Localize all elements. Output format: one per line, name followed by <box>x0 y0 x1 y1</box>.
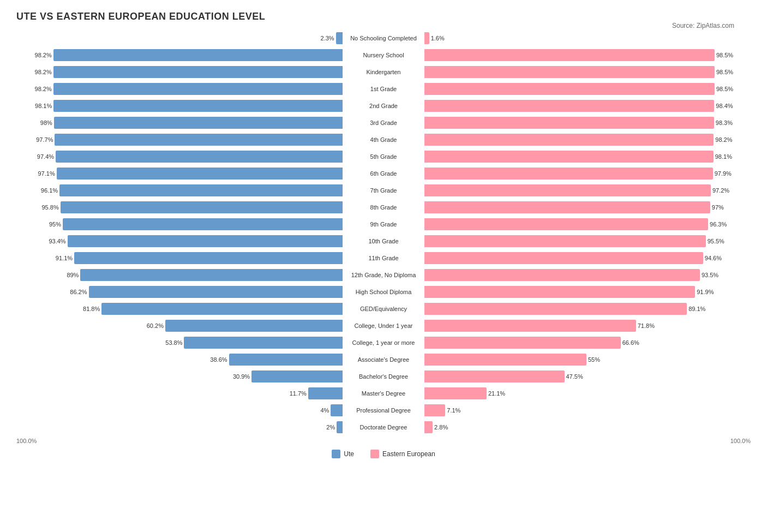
ee-value-label: 98.2% <box>715 136 732 143</box>
bar-row: 93.4% 10th Grade 95.5% <box>16 234 751 249</box>
left-section: 97.1% <box>16 166 384 181</box>
ute-value-label: 11.7% <box>290 390 307 397</box>
legend-ee: Eastern European <box>370 450 435 458</box>
right-section: 98.5% <box>384 64 751 80</box>
right-section: 97.9% <box>384 166 751 181</box>
legend-ute: Ute <box>332 450 354 458</box>
right-section: 89.1% <box>384 301 751 316</box>
ee-bar <box>424 252 703 264</box>
ee-value-label: 98.3% <box>716 119 733 126</box>
ee-bar <box>424 421 433 433</box>
right-section: 1.6% <box>384 31 751 46</box>
ute-bar <box>89 286 343 298</box>
ee-bar <box>424 387 487 399</box>
axis-right-label: 100.0% <box>730 438 751 444</box>
ee-bar <box>424 218 708 230</box>
ute-bar <box>251 370 343 382</box>
ute-bar <box>74 252 343 264</box>
left-section: 98% <box>16 115 384 130</box>
ute-value-label: 86.2% <box>70 289 87 295</box>
left-section: 81.8% <box>16 301 384 316</box>
ute-value-label: 98% <box>40 119 52 126</box>
bar-row: 98.2% Nursery School 98.5% <box>16 47 751 63</box>
right-section: 94.6% <box>384 250 751 266</box>
bar-row: 60.2% College, Under 1 year 71.8% <box>16 318 751 333</box>
left-section: 38.6% <box>16 352 384 367</box>
ute-value-label: 91.1% <box>56 255 73 261</box>
right-section: 93.5% <box>384 267 751 283</box>
ute-bar <box>184 337 343 349</box>
bar-row: 11.7% Master's Degree 21.1% <box>16 386 751 401</box>
bar-row: 4% Professional Degree 7.1% <box>16 403 751 418</box>
legend: Ute Eastern European <box>16 450 751 458</box>
ee-bar <box>424 168 713 180</box>
right-section: 98.5% <box>384 81 751 97</box>
ee-value-label: 98.5% <box>716 52 733 58</box>
ee-value-label: 47.5% <box>566 373 583 380</box>
ee-value-label: 93.5% <box>702 272 718 278</box>
left-section: 2.3% <box>16 31 384 46</box>
bar-row: 97.4% 5th Grade 98.1% <box>16 149 751 164</box>
right-section: 98.2% <box>384 132 751 147</box>
right-section: 98.1% <box>384 149 751 164</box>
left-section: 98.2% <box>16 64 384 80</box>
ute-value-label: 98.2% <box>35 69 52 75</box>
ute-bar <box>55 134 343 146</box>
ute-value-label: 95.8% <box>41 204 58 211</box>
ee-bar <box>424 100 714 112</box>
right-section: 91.9% <box>384 284 751 300</box>
ute-bar <box>53 49 343 61</box>
left-section: 98.2% <box>16 47 384 63</box>
ute-bar <box>68 235 343 247</box>
ute-value-label: 98.2% <box>35 52 52 58</box>
left-section: 86.2% <box>16 284 384 300</box>
ute-value-label: 96.1% <box>41 187 58 194</box>
left-section: 60.2% <box>16 318 384 333</box>
ute-value-label: 98.1% <box>35 103 52 109</box>
ee-value-label: 66.6% <box>622 339 639 346</box>
bar-row: 95.8% 8th Grade 97% <box>16 200 751 215</box>
right-section: 7.1% <box>384 403 751 418</box>
right-section: 98.4% <box>384 98 751 113</box>
left-section: 2% <box>16 420 384 435</box>
ute-bar <box>56 151 343 163</box>
right-section: 71.8% <box>384 318 751 333</box>
ee-bar <box>424 49 715 61</box>
ute-bar <box>331 404 343 416</box>
ute-bar <box>53 100 343 112</box>
left-section: 91.1% <box>16 250 384 266</box>
ute-bar <box>308 387 343 399</box>
right-section: 98.5% <box>384 47 751 63</box>
ute-bar <box>57 168 343 180</box>
left-section: 89% <box>16 267 384 283</box>
bar-row: 97.7% 4th Grade 98.2% <box>16 132 751 147</box>
ute-bar <box>53 83 343 95</box>
ee-value-label: 55% <box>588 356 600 363</box>
ute-value-label: 89% <box>67 272 79 278</box>
right-section: 95.5% <box>384 234 751 249</box>
ute-value-label: 38.6% <box>210 356 227 363</box>
right-section: 55% <box>384 352 751 367</box>
ute-value-label: 97.4% <box>37 153 54 160</box>
ute-value-label: 95% <box>49 221 61 228</box>
bar-row: 95% 9th Grade 96.3% <box>16 217 751 232</box>
ee-value-label: 95.5% <box>708 238 724 244</box>
ee-value-label: 98.5% <box>716 69 733 75</box>
ute-value-label: 4% <box>321 407 329 414</box>
ute-bar <box>229 354 343 366</box>
ee-value-label: 97.9% <box>715 170 732 177</box>
ee-value-label: 94.6% <box>705 255 722 261</box>
ute-value-label: 60.2% <box>147 322 164 329</box>
ute-bar <box>165 320 343 332</box>
bar-row: 30.9% Bachelor's Degree 47.5% <box>16 369 751 384</box>
ute-bar <box>54 117 343 129</box>
right-section: 97% <box>384 200 751 215</box>
ee-value-label: 98.1% <box>715 153 732 160</box>
right-section: 47.5% <box>384 369 751 384</box>
ee-value-label: 89.1% <box>688 306 705 312</box>
bar-row: 98% 3rd Grade 98.3% <box>16 115 751 130</box>
ee-value-label: 91.9% <box>697 289 714 295</box>
ute-value-label: 81.8% <box>83 306 100 312</box>
ee-value-label: 1.6% <box>431 35 445 41</box>
right-section: 2.8% <box>384 420 751 435</box>
